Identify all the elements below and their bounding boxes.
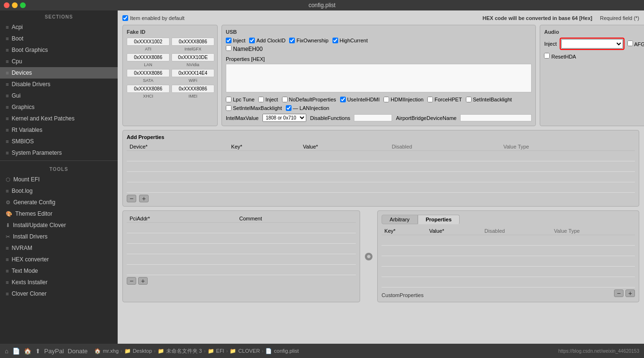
xhci-input[interactable] <box>127 85 170 93</box>
properties-hex-textarea[interactable] <box>226 64 532 92</box>
remove-property-button[interactable]: − <box>127 195 136 202</box>
list-icon: ≡ <box>6 93 9 99</box>
ati-input[interactable] <box>127 38 170 46</box>
fix-ownership-checkbox[interactable] <box>289 38 295 43</box>
house-icon[interactable]: 🏠 <box>24 348 31 355</box>
inject2-label[interactable]: Inject <box>258 97 278 102</box>
sidebar-item-generate-config[interactable]: ⚙ Generate Config <box>0 197 118 208</box>
imei-input[interactable] <box>171 85 214 93</box>
tab-properties[interactable]: Properties <box>418 215 460 224</box>
remove-pciaddr-button[interactable]: − <box>127 277 136 285</box>
hdmi-injection-label[interactable]: HDMIInjection <box>383 97 423 102</box>
no-default-props-checkbox[interactable] <box>282 97 288 102</box>
col-disabled: Disabled <box>389 143 500 151</box>
add-pciaddr-button[interactable]: + <box>138 277 148 285</box>
sidebar-item-clover-cloner[interactable]: ≡ Clover Cloner <box>0 288 118 299</box>
lan-injection-label[interactable]: — LANInjection <box>286 105 329 111</box>
lan-input[interactable] <box>127 53 170 61</box>
afg-low-power-label[interactable]: AFGLowPowerState <box>627 40 644 47</box>
sidebar-item-nvram[interactable]: ≡ NVRAM <box>0 242 118 254</box>
force-hpet-label[interactable]: ForceHPET <box>427 97 462 102</box>
lpc-tune-label[interactable]: Lpc Tune <box>226 97 254 102</box>
sidebar-item-boot-log[interactable]: ≡ Boot.log <box>0 185 118 197</box>
inject-checkbox[interactable] <box>226 38 231 43</box>
close-button[interactable] <box>4 2 10 8</box>
sidebar-item-rt-variables[interactable]: ≡ Rt Variables <box>0 124 118 136</box>
high-current-checkbox[interactable] <box>332 38 338 43</box>
sidebar-item-hex-converter[interactable]: ≡ HEX converter <box>0 254 118 265</box>
add-clockid-label[interactable]: Add ClockID <box>249 38 285 43</box>
titlebar: config.plist <box>0 0 644 10</box>
window-controls[interactable] <box>4 2 26 8</box>
set-intel-max-backlight-checkbox[interactable] <box>226 105 231 111</box>
set-intel-backlight-label[interactable]: SetIntelBacklight <box>466 97 512 102</box>
tab-arbitrary[interactable]: Arbitrary <box>382 215 418 224</box>
sidebar-item-smbios[interactable]: ≡ SMBIOS <box>0 136 118 147</box>
sidebar-item-install-drivers[interactable]: ✂ Install Drivers <box>0 231 118 242</box>
nvidia-input[interactable] <box>171 53 214 61</box>
add-prop-button[interactable]: + <box>625 289 635 297</box>
disable-functions-input[interactable] <box>354 114 392 121</box>
reset-hda-checkbox[interactable] <box>544 53 550 59</box>
breadcrumb-item-config: config.plist <box>274 348 299 354</box>
maximize-button[interactable] <box>20 2 26 8</box>
set-intel-backlight-checkbox[interactable] <box>466 97 472 102</box>
item-enabled-checkbox[interactable] <box>122 15 128 21</box>
minimize-button[interactable] <box>12 2 18 8</box>
hdmi-injection-checkbox[interactable] <box>383 97 389 102</box>
reset-hda-label[interactable]: ResetHDA <box>544 53 576 60</box>
lpc-tune-checkbox[interactable] <box>226 97 231 102</box>
add-clockid-checkbox[interactable] <box>249 38 255 43</box>
afg-checkbox[interactable] <box>627 40 633 46</box>
sata-input[interactable] <box>127 69 170 77</box>
col-key: Key* <box>382 227 426 235</box>
home-icon[interactable]: ⌂ <box>5 348 9 355</box>
donate-label[interactable]: Donate <box>68 348 88 355</box>
airport-bridge-input[interactable] <box>460 114 532 121</box>
sidebar-item-gui[interactable]: ≡ Gui <box>0 90 118 101</box>
lan-injection-checkbox[interactable] <box>286 105 292 111</box>
use-intel-hdmi-label[interactable]: UseIntelHDMI <box>340 97 380 102</box>
required-field: Required field (*) <box>600 15 639 21</box>
sidebar-item-install-clover[interactable]: ⬇ Install/Update Clover <box>0 219 118 231</box>
sidebar-item-devices[interactable]: ≡ Devices <box>0 67 118 79</box>
bottom-bar-icons[interactable]: ⌂ 📄 🏠 ⬆ PayPal Donate <box>5 348 88 355</box>
list-icon: ≡ <box>6 36 9 41</box>
file-icon[interactable]: 📄 <box>12 348 20 355</box>
sidebar-item-graphics[interactable]: ≡ Graphics <box>0 101 118 113</box>
fake-id-grid: ATI IntelGFX LAN NVidia <box>127 38 213 99</box>
no-default-props-label[interactable]: NoDefaultProperties <box>282 97 336 102</box>
use-intel-hdmi-checkbox[interactable] <box>340 97 346 102</box>
sidebar-item-acpi[interactable]: ≡ Acpi <box>0 21 118 33</box>
inject-label[interactable]: Inject <box>226 38 245 43</box>
intel-max-select[interactable]: 1808 or 0x710 2712 or 0xA98 <box>262 114 306 122</box>
sidebar-item-kernel-kext[interactable]: ≡ Kernel and Kext Patches <box>0 113 118 124</box>
sidebar-item-themes-editor[interactable]: 🎨 Themes Editor <box>0 208 118 219</box>
inject2-checkbox[interactable] <box>258 97 264 102</box>
sidebar-item-cpu[interactable]: ≡ Cpu <box>0 56 118 67</box>
col-value-type: Value Type <box>501 143 635 151</box>
sidebar-item-boot[interactable]: ≡ Boot <box>0 33 118 44</box>
sidebar-item-boot-graphics[interactable]: ≡ Boot Graphics <box>0 44 118 56</box>
high-current-label[interactable]: HighCurrent <box>332 38 368 43</box>
name-eh00-checkbox[interactable] <box>226 45 231 51</box>
audio-inject-select[interactable]: 0 1 2 <box>561 39 623 49</box>
intelgfx-input[interactable] <box>171 38 214 46</box>
force-hpet-checkbox[interactable] <box>427 97 433 102</box>
wifi-input[interactable] <box>171 69 214 77</box>
sidebar-item-mount-efi[interactable]: ⬡ Mount EFI <box>0 174 118 185</box>
breadcrumb-icon-folder2: 📁 <box>158 348 164 354</box>
sidebar-item-disable-drivers[interactable]: ≡ Disable Drivers <box>0 79 118 90</box>
sidebar-item-system-parameters[interactable]: ≡ System Parameters <box>0 147 118 159</box>
table-row <box>127 244 356 254</box>
sidebar-item-kexts-installer[interactable]: ≡ Kexts Installer <box>0 277 118 288</box>
remove-prop-button[interactable]: − <box>614 289 624 297</box>
add-properties-body <box>127 151 635 193</box>
set-intel-max-backlight-label[interactable]: SetIntelMaxBacklight <box>226 105 282 111</box>
add-property-button[interactable]: + <box>139 195 149 202</box>
name-eh00-label[interactable]: NameEH00 <box>226 46 262 52</box>
sidebar-item-text-mode[interactable]: ≡ Text Mode <box>0 265 118 277</box>
fix-ownership-label[interactable]: FixOwnership <box>289 38 328 43</box>
share-icon[interactable]: ⬆ <box>35 348 40 355</box>
bottom-right-url: https://blog.csdn.net/weixin_44620153 <box>558 348 639 354</box>
